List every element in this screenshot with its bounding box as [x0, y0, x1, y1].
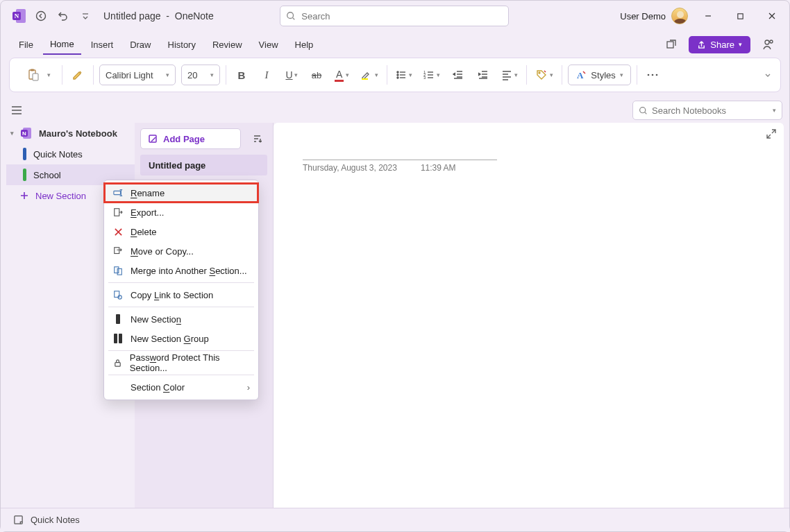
sort-pages-button[interactable] — [246, 128, 267, 149]
font-size-select[interactable]: 20▾ — [181, 65, 220, 85]
window-title: Untitled page - OneNote — [103, 10, 214, 22]
window-minimize[interactable] — [692, 6, 724, 26]
indent-button[interactable] — [473, 65, 493, 85]
svg-rect-11 — [33, 74, 38, 80]
page-item[interactable]: Untitled page — [140, 155, 267, 175]
font-family-select[interactable]: Calibri Light▾ — [99, 65, 176, 85]
svg-point-4 — [287, 12, 294, 19]
quick-notes-icon — [13, 515, 24, 525]
ctx-new-section[interactable]: New Section — [104, 309, 258, 329]
avatar[interactable] — [671, 8, 688, 24]
bottom-bar: Quick Notes — [1, 508, 789, 531]
format-painter-button[interactable] — [68, 65, 87, 85]
notebook-icon: N — [18, 125, 35, 141]
menu-home[interactable]: Home — [43, 35, 81, 55]
bullets-button[interactable]: ▾ — [393, 65, 415, 85]
menubar: FileHomeInsertDrawHistoryReviewViewHelpS… — [1, 31, 789, 58]
notebook-header[interactable]: ▾ N Mauro's Notebook — [6, 123, 135, 144]
ctx-delete[interactable]: Delete — [104, 222, 258, 241]
menu-insert[interactable]: Insert — [84, 35, 121, 54]
ctx-copy-link-to-section[interactable]: Copy Link to Section — [104, 285, 258, 304]
svg-rect-39 — [119, 334, 122, 343]
svg-point-24 — [640, 107, 646, 112]
titlebar: N Untitled page - OneNote Search User De… — [1, 1, 789, 31]
menu-draw[interactable]: Draw — [123, 35, 158, 54]
subbar: Search Notebooks ▾ — [1, 98, 789, 123]
global-search[interactable]: Search — [280, 6, 509, 26]
svg-rect-31 — [115, 209, 119, 216]
svg-point-23 — [655, 74, 657, 76]
highlight-button[interactable]: ▾ — [358, 65, 381, 85]
quick-notes-link[interactable]: Quick Notes — [31, 515, 80, 525]
svg-rect-34 — [117, 268, 121, 275]
ctx-new-section-group[interactable]: New Section Group — [104, 329, 258, 348]
menu-history[interactable]: History — [161, 35, 203, 54]
note-canvas[interactable]: Thursday, August 3, 2023 11:39 AM — [274, 123, 784, 526]
notebook-name: Mauro's Notebook — [39, 128, 117, 139]
underline-button[interactable]: U▾ — [282, 65, 301, 85]
menu-help[interactable]: Help — [288, 35, 321, 54]
search-placeholder: Search — [301, 11, 330, 22]
nav-toggle-button[interactable] — [8, 101, 26, 119]
customize-qat-button[interactable] — [76, 6, 95, 26]
numbering-button[interactable]: 123▾ — [421, 65, 443, 85]
menu-review[interactable]: Review — [205, 35, 249, 54]
window-maximize[interactable] — [724, 6, 756, 26]
menu-view[interactable]: View — [252, 35, 285, 54]
expand-canvas-button[interactable] — [766, 128, 777, 139]
tag-button[interactable]: ▾ — [532, 65, 556, 85]
section-item-quick-notes[interactable]: Quick Notes — [6, 144, 135, 164]
outdent-button[interactable] — [448, 65, 468, 85]
align-button[interactable]: ▾ — [498, 65, 521, 85]
styles-select[interactable]: A Styles▾ — [568, 65, 630, 85]
back-button[interactable] — [31, 6, 51, 26]
paste-dropdown-icon[interactable]: ▾ — [47, 71, 51, 78]
share-button[interactable]: Share▾ — [689, 36, 750, 53]
italic-button[interactable]: I — [257, 65, 276, 85]
section-context-menu: RenameExport...DeleteMove or Copy...Merg… — [103, 180, 259, 400]
undo-button[interactable] — [53, 6, 73, 26]
more-commands-button[interactable] — [643, 65, 662, 85]
paste-button[interactable] — [24, 65, 43, 85]
section-color-bar — [23, 169, 26, 181]
svg-rect-40 — [115, 362, 120, 366]
svg-rect-33 — [115, 267, 119, 273]
ctx-export[interactable]: Export... — [104, 203, 258, 222]
svg-text:N: N — [22, 130, 26, 137]
chevron-down-icon: ▾ — [10, 130, 14, 137]
bold-button[interactable]: B — [232, 65, 251, 85]
svg-text:A: A — [577, 70, 584, 80]
chevron-down-icon: ▾ — [773, 107, 776, 114]
svg-point-3 — [37, 12, 46, 21]
window-close[interactable] — [756, 6, 788, 26]
font-color-button[interactable]: A▾ — [332, 65, 352, 85]
add-page-button[interactable]: Add Page — [140, 128, 241, 149]
ctx-move-or-copy[interactable]: Move or Copy... — [104, 241, 258, 261]
strikethrough-button[interactable]: ab — [307, 65, 326, 85]
svg-rect-29 — [15, 516, 22, 524]
note-title-input[interactable] — [303, 145, 497, 160]
ctx-merge-into-another-section[interactable]: Merge into Another Section... — [104, 261, 258, 280]
svg-point-15 — [397, 77, 398, 78]
chevron-right-icon: › — [247, 382, 250, 393]
open-in-new-window-button[interactable] — [661, 34, 682, 55]
account-manager-button[interactable] — [757, 34, 778, 55]
svg-rect-10 — [31, 69, 34, 71]
svg-point-13 — [397, 71, 398, 73]
ribbon-collapse-icon[interactable] — [758, 71, 772, 79]
svg-rect-38 — [114, 334, 117, 343]
note-time: 11:39 AM — [421, 163, 456, 173]
ctx-rename[interactable]: Rename — [104, 183, 258, 203]
svg-text:N: N — [15, 12, 19, 19]
svg-rect-6 — [667, 42, 673, 48]
svg-point-8 — [770, 40, 773, 43]
notebook-search[interactable]: Search Notebooks ▾ — [632, 101, 782, 120]
ctx-password-protect-this-section[interactable]: Password Protect This Section... — [104, 353, 258, 372]
svg-rect-32 — [115, 248, 119, 254]
ctx-section-color[interactable]: Section Color› — [104, 377, 258, 397]
user-name[interactable]: User Demo — [620, 11, 666, 22]
notebook-search-placeholder: Search Notebooks — [652, 105, 726, 116]
menu-file[interactable]: File — [12, 35, 40, 54]
svg-text:3: 3 — [423, 76, 426, 80]
svg-point-7 — [765, 40, 769, 44]
